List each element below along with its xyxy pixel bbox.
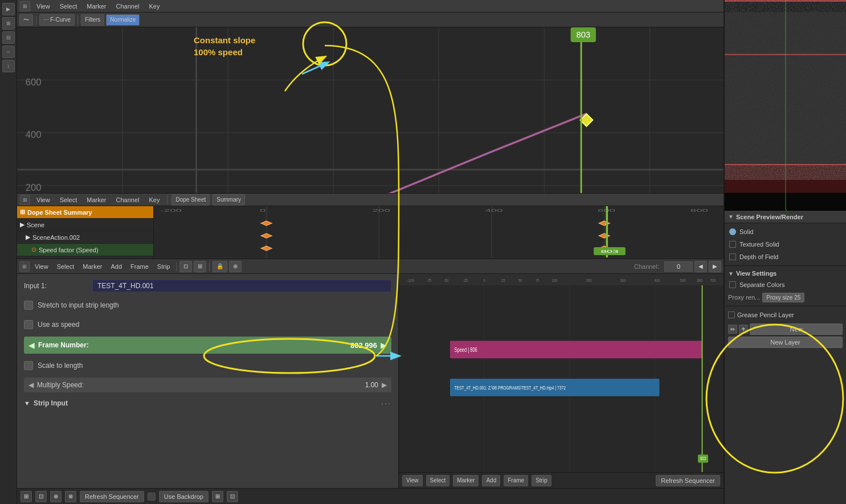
dope-row-action: ▶ SceneAction.002 xyxy=(17,231,153,244)
fcurve-btn[interactable]: ⋯ F-Curve xyxy=(39,14,75,26)
refresh-sequencer-btn[interactable]: Refresh Sequencer xyxy=(80,491,144,502)
right-panel: ▼ Scene Preview/Render Solid Textured So… xyxy=(724,0,846,504)
curve-editor-icon[interactable]: ⊞ xyxy=(20,1,30,11)
dope-icon[interactable]: ⊞ xyxy=(20,195,30,205)
use-backdrop-btn[interactable]: Use Backdrop xyxy=(159,491,209,502)
svg-text:Speed | 806: Speed | 806 xyxy=(455,347,477,353)
rp-proxy-label: Proxy ren... xyxy=(728,294,760,301)
dope-menu-key[interactable]: Key xyxy=(145,195,163,204)
multiply-speed-row[interactable]: ◀ Multiply Speed: 1.00 ▶ xyxy=(24,378,391,392)
curve-menu-marker[interactable]: Marker xyxy=(83,2,109,11)
dope-menu-channel[interactable]: Channel xyxy=(112,195,142,204)
dope-menu-marker[interactable]: Marker xyxy=(83,195,109,204)
svg-text:0: 0 xyxy=(484,278,485,282)
use-as-speed-checkbox[interactable] xyxy=(24,320,33,329)
frame-number-arrow-right[interactable]: ▶ xyxy=(381,341,387,350)
curve-type-icon[interactable]: 〜 xyxy=(19,14,33,26)
svg-text:200: 200 xyxy=(26,182,42,193)
seq-mode-btn-2[interactable]: ⊞ xyxy=(194,261,206,272)
rp-gp-new-layer-btn[interactable]: New Layer xyxy=(728,337,843,348)
seq-select-btn[interactable]: Select xyxy=(426,475,450,486)
seq-menu-strip[interactable]: Strip xyxy=(154,262,174,271)
seq-icon[interactable]: ⊞ xyxy=(19,261,30,272)
input1-field[interactable] xyxy=(92,280,391,292)
refresh-sequencer-btn-right[interactable]: Refresh Sequencer xyxy=(656,475,720,486)
stretch-checkbox[interactable] xyxy=(24,301,33,310)
svg-text:-100: -100 xyxy=(407,278,414,282)
seq-strip-btn[interactable]: Strip xyxy=(532,475,551,486)
curve-menu-select[interactable]: Select xyxy=(56,2,81,11)
curve-canvas: -200 0 200 400 600 800 1000 600 400 200 … xyxy=(17,27,724,194)
seq-channel-input[interactable] xyxy=(664,261,693,272)
bottom-icon-1[interactable]: ⊞ xyxy=(21,491,32,502)
sidebar-icon-5[interactable]: ↕ xyxy=(2,60,15,72)
bottom-icon-2[interactable]: ⊡ xyxy=(35,491,47,502)
multiply-arrow-left[interactable]: ◀ xyxy=(28,381,34,389)
rp-gp-checkbox[interactable] xyxy=(728,312,735,318)
rp-dof-row: Depth of Field xyxy=(728,251,843,263)
dope-menu-view[interactable]: View xyxy=(33,195,54,204)
seq-nav-left[interactable]: ◀ xyxy=(694,261,707,272)
rp-gp-plus-icon[interactable]: + xyxy=(739,325,748,334)
rp-textured-checkbox[interactable] xyxy=(729,241,736,248)
seq-menu-add[interactable]: Add xyxy=(107,262,125,271)
bottom-icon-3[interactable]: ⊕ xyxy=(50,491,62,502)
bottom-icon-4[interactable]: ⊗ xyxy=(65,491,76,502)
curve-editor: ⊞ View Select Marker Channel Key 〜 ⋯ F-C… xyxy=(17,0,724,194)
rp-gp-new-btn[interactable]: New xyxy=(750,323,843,335)
curve-toolbar: 〜 ⋯ F-Curve Filters Normalize xyxy=(17,13,724,27)
seq-menu-marker[interactable]: Marker xyxy=(79,262,105,271)
svg-text:400: 400 xyxy=(26,129,42,140)
sidebar-icon-1[interactable]: ▶ xyxy=(2,3,15,15)
input1-row: Input 1: xyxy=(24,278,391,293)
curve-menu-channel[interactable]: Channel xyxy=(112,2,142,11)
frame-number-row[interactable]: ◀ Frame Number: 802.996 ▶ xyxy=(24,337,391,354)
bottom-icon-5[interactable]: ⊞ xyxy=(212,491,223,502)
rp-render-options: Solid Textured Solid Depth of Field xyxy=(725,223,846,266)
sidebar-icon-2[interactable]: ⊞ xyxy=(2,17,15,30)
seq-menu-select[interactable]: Select xyxy=(54,262,78,271)
seq-menu-frame[interactable]: Frame xyxy=(127,262,152,271)
sidebar-icon-3[interactable]: ⊟ xyxy=(2,31,15,44)
dope-menu-select[interactable]: Select xyxy=(56,195,81,204)
rp-dof-label: Depth of Field xyxy=(739,253,778,260)
dope-speed-icon: ⊙ xyxy=(31,246,36,253)
backdrop-checkbox[interactable] xyxy=(148,493,156,501)
seq-marker-btn[interactable]: Marker xyxy=(453,475,479,486)
seq-view-btn[interactable]: View xyxy=(402,475,423,486)
curve-menu-key[interactable]: Key xyxy=(145,2,163,11)
svg-text:-200: -200 xyxy=(161,208,182,213)
frame-number-arrow-left[interactable]: ◀ xyxy=(28,341,35,350)
svg-text:803: 803 xyxy=(700,457,706,462)
filters-btn[interactable]: Filters xyxy=(81,14,104,26)
multiply-arrow-right[interactable]: ▶ xyxy=(382,381,387,389)
seq-frame-btn[interactable]: Frame xyxy=(504,475,528,486)
dope-timeline-svg: -200 0 200 400 600 800 xyxy=(154,206,724,257)
dope-sheet-btn[interactable]: Dope Sheet xyxy=(171,194,210,206)
normalize-btn[interactable]: Normalize xyxy=(106,14,140,26)
dope-summary-btn[interactable]: Summary xyxy=(212,194,245,206)
seq-channel-label: Channel: xyxy=(631,262,663,271)
dope-sheet-header: ⊞ View Select Marker Channel Key Dope Sh… xyxy=(17,194,724,206)
rp-gp-pencil-icon[interactable]: ✏ xyxy=(728,325,737,334)
strip-input-header: ▼ Strip Input ··· xyxy=(24,397,391,409)
rp-solid-radio[interactable] xyxy=(729,228,736,235)
seq-add-btn[interactable]: Add xyxy=(482,475,500,486)
bottom-icon-6[interactable]: ⊡ xyxy=(227,491,238,502)
sidebar-icon-4[interactable]: ↔ xyxy=(2,46,15,58)
curve-menu-view[interactable]: View xyxy=(33,2,54,11)
rp-gp-title: Grease Pencil Layer xyxy=(737,312,794,318)
refresh-sequencer-label: Refresh Sequencer xyxy=(85,493,139,500)
seq-mode-btn-1[interactable]: ⊡ xyxy=(179,261,192,272)
rp-dof-checkbox[interactable] xyxy=(729,253,736,260)
scale-to-length-checkbox[interactable] xyxy=(24,361,33,370)
seq-menu-view[interactable]: View xyxy=(31,262,52,271)
rp-proxy-btn[interactable]: Proxy size 25 xyxy=(762,293,804,302)
seq-snap-btn[interactable]: ⊕ xyxy=(229,261,242,272)
seq-nav-right[interactable]: ▶ xyxy=(709,261,721,272)
rp-view-settings: ▼ View Settings Separate Colors Proxy re… xyxy=(725,266,846,306)
seq-ruler-svg: -100 -75 -50 -25 0 25 50 75 100 200 300 … xyxy=(399,274,724,285)
use-as-speed-label: Use as speed xyxy=(38,321,79,329)
rp-sep-colors-checkbox[interactable] xyxy=(729,281,736,288)
seq-lock-btn[interactable]: 🔒 xyxy=(212,261,227,272)
